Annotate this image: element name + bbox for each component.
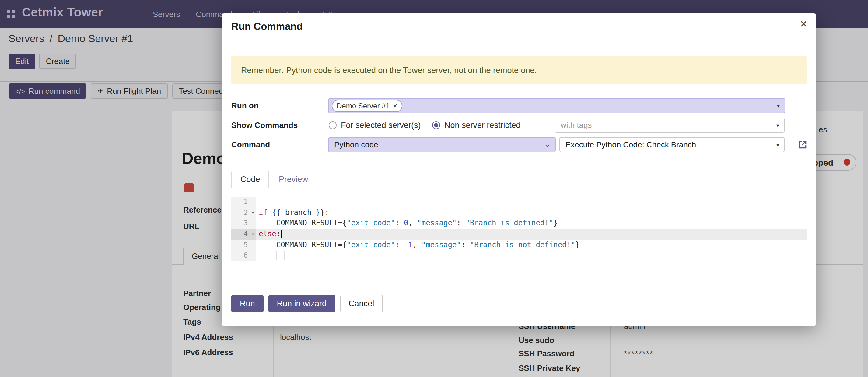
modal-tab-bar: Code Preview	[231, 171, 807, 188]
editor-line: 1	[231, 197, 807, 207]
radio-non-server-restricted[interactable]	[432, 121, 440, 129]
indent-guide	[284, 251, 285, 260]
radio-for-selected-servers[interactable]	[329, 121, 337, 129]
editor-line: 2 ▾ if {{ branch }}:	[231, 207, 807, 218]
server-chip-label: Demo Server #1	[337, 102, 390, 110]
code-token: {{ branch }}:	[268, 208, 329, 216]
line-number: 5	[231, 240, 256, 251]
text-cursor	[281, 230, 282, 237]
run-on-label: Run on	[231, 98, 259, 113]
external-link-icon[interactable]	[797, 140, 808, 150]
editor-line: 3 COMMAND_RESULT={"exit_code": 0, "messa…	[231, 219, 807, 229]
tab-code[interactable]: Code	[231, 171, 269, 188]
code-token: "message"	[422, 240, 461, 249]
code-token: COMMAND_RESULT={	[259, 240, 347, 249]
radio-non-server-restricted-label[interactable]: Non server restricted	[444, 118, 521, 133]
code-token: ,	[413, 240, 422, 249]
run-in-wizard-button[interactable]: Run in wizard	[269, 295, 335, 313]
with-tags-select[interactable]: with tags ▾	[555, 118, 785, 133]
command-name-value: Execute Python Code: Check Branch	[565, 140, 696, 149]
modal-title: Run Command	[231, 21, 303, 32]
editor-line: 5 COMMAND_RESULT={"exit_code": -1, "mess…	[231, 240, 807, 251]
show-commands-label: Show Commands	[231, 118, 298, 133]
line-number: 4 ▾	[231, 229, 256, 240]
line-number: 3	[231, 219, 256, 229]
server-chip[interactable]: Demo Server #1 ✕	[332, 99, 402, 112]
radio-for-selected-servers-label[interactable]: For selected server(s)	[341, 118, 421, 133]
code-token: -1	[404, 240, 413, 249]
code-token: :	[457, 219, 465, 228]
code-token: }	[553, 219, 558, 228]
code-token: "Branch is defined!"	[465, 219, 553, 228]
line-number: 2 ▾	[231, 207, 256, 218]
warning-text: Remember: Python code is executed on the…	[241, 65, 537, 75]
code-token: "exit_code"	[347, 240, 395, 249]
line-number: 6	[231, 251, 256, 261]
chevron-down-icon: ▾	[777, 103, 780, 109]
code-token: COMMAND_RESULT={	[259, 219, 347, 228]
line-number: 1	[231, 197, 256, 207]
modal-footer: Run Run in wizard Cancel	[231, 295, 382, 313]
close-icon[interactable]: ×	[800, 17, 807, 31]
app-root: Cetmix Tower Servers Commands Files Tool…	[0, 0, 868, 377]
code-token: ,	[408, 219, 417, 228]
cancel-button[interactable]: Cancel	[340, 295, 382, 313]
code-editor[interactable]: 1 2 ▾ if {{ branch }}: 3 COMMAND_RESULT=…	[231, 197, 807, 261]
code-token: "exit_code"	[347, 219, 395, 228]
tab-preview[interactable]: Preview	[270, 171, 316, 188]
code-token: :	[461, 240, 470, 249]
code-token: "Branch is not defined!"	[470, 240, 576, 249]
editor-active-line: 4 ▾ else:	[231, 229, 807, 240]
code-token: 0	[404, 219, 408, 228]
fold-caret-icon[interactable]: ▾	[251, 207, 254, 218]
command-name-select[interactable]: Execute Python Code: Check Branch ▾	[559, 137, 785, 152]
code-token: if	[259, 208, 268, 216]
command-label: Command	[231, 137, 270, 152]
chevron-down-icon: ▾	[776, 122, 779, 128]
indent-guide	[276, 251, 277, 260]
with-tags-placeholder: with tags	[561, 121, 592, 130]
editor-line: 6	[231, 251, 807, 261]
command-type-value: Python code	[334, 140, 378, 149]
run-on-select[interactable]: Demo Server #1 ✕ ▾	[328, 98, 785, 113]
run-command-modal: Run Command × Remember: Python code is e…	[222, 13, 816, 326]
warning-banner: Remember: Python code is executed on the…	[231, 56, 807, 84]
code-token: }	[575, 240, 580, 249]
chevron-down-icon: ⌄	[544, 139, 551, 148]
code-token: "message"	[417, 219, 457, 228]
code-token: :	[395, 219, 404, 228]
chip-remove-icon[interactable]: ✕	[393, 103, 398, 109]
chevron-down-icon: ▾	[776, 142, 779, 148]
command-type-select[interactable]: Python code ⌄	[328, 137, 556, 152]
code-token: else	[259, 230, 276, 238]
run-button[interactable]: Run	[231, 295, 264, 313]
code-token: :	[395, 240, 404, 249]
fold-caret-icon[interactable]: ▾	[251, 229, 254, 240]
code-token: :	[276, 230, 281, 238]
